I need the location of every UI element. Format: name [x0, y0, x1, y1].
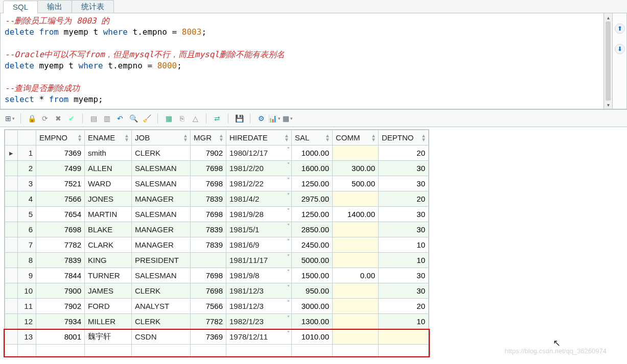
lock-button[interactable]: 🔒: [26, 113, 37, 124]
cell-comm[interactable]: 1400.00: [333, 207, 379, 222]
table-row[interactable]: 138001魏宇轩CSDN73691978/12/111010.00: [5, 329, 429, 345]
cell-mgr[interactable]: 7566: [191, 299, 226, 314]
table-row[interactable]: 107900JAMESCLERK76981981/12/3950.0030: [5, 283, 429, 299]
scroll-down-icon[interactable]: ▾: [605, 102, 611, 108]
refresh-button[interactable]: ⟳: [39, 113, 51, 124]
cell-deptno[interactable]: 10: [379, 253, 429, 268]
cell-ename[interactable]: MARTIN: [85, 207, 132, 222]
table-row[interactable]: 77782CLARKMANAGER78391981/6/92450.0010: [5, 237, 429, 253]
col-ename[interactable]: ENAME▲▼: [85, 130, 132, 145]
cell-job[interactable]: SALESMAN: [132, 207, 191, 222]
cell-comm[interactable]: [333, 222, 379, 237]
cell-ename[interactable]: BLAKE: [85, 222, 132, 237]
cell-sal[interactable]: 3000.00: [292, 299, 333, 314]
clear-button[interactable]: 🧹: [141, 113, 152, 124]
cell-comm[interactable]: [333, 237, 379, 253]
cell-mgr[interactable]: 7369: [191, 329, 226, 345]
cell-ename[interactable]: JAMES: [85, 283, 132, 299]
cell-sal[interactable]: 950.00: [292, 283, 333, 299]
cell-hiredate[interactable]: 1981/12/3: [226, 283, 292, 299]
cell-hiredate[interactable]: 1981/9/8: [226, 268, 292, 283]
cell-mgr[interactable]: 7782: [191, 314, 226, 329]
row-number[interactable]: 4: [18, 191, 36, 207]
cell-ename[interactable]: KING: [85, 253, 132, 268]
cell-deptno[interactable]: 30: [379, 268, 429, 283]
cell-sal[interactable]: 1010.00: [292, 329, 333, 345]
cell-sal[interactable]: 1300.00: [292, 314, 333, 329]
cell-sal[interactable]: 1600.00: [292, 161, 333, 176]
cell-empno[interactable]: 8001: [36, 329, 85, 345]
add-row-button[interactable]: ⊞: [4, 113, 15, 124]
nav-down-button[interactable]: ⬇: [615, 44, 625, 54]
col-empno[interactable]: EMPNO▲▼: [36, 130, 85, 145]
cell-ename[interactable]: JONES: [85, 191, 132, 207]
cell-mgr[interactable]: 7698: [191, 268, 226, 283]
cell-job[interactable]: MANAGER: [132, 222, 191, 237]
row-indicator[interactable]: [5, 299, 18, 314]
col-hiredate[interactable]: HIREDATE▲▼: [226, 130, 292, 145]
cell-empno[interactable]: 7499: [36, 161, 85, 176]
table-row[interactable]: 117902FORDANALYST75661981/12/33000.0020: [5, 299, 429, 314]
cell-mgr[interactable]: 7698: [191, 207, 226, 222]
cell-sal[interactable]: 1000.00: [292, 145, 333, 161]
cell-empno[interactable]: 7902: [36, 299, 85, 314]
row-number[interactable]: 3: [18, 176, 36, 191]
table-row[interactable]: 67698BLAKEMANAGER78391981/5/12850.0030: [5, 222, 429, 237]
export-button[interactable]: △: [190, 113, 201, 124]
cell-job[interactable]: MANAGER: [132, 237, 191, 253]
col-comm[interactable]: COMM▲▼: [333, 130, 379, 145]
cell-comm[interactable]: 0.00: [333, 268, 379, 283]
cell-ename[interactable]: FORD: [85, 299, 132, 314]
cell-comm[interactable]: 500.00: [333, 176, 379, 191]
cell-deptno[interactable]: 30: [379, 222, 429, 237]
cell-comm[interactable]: [333, 329, 379, 345]
sql-editor[interactable]: --删除员工编号为 8003 的 delete from myemp t whe…: [0, 13, 603, 109]
sort-desc-button[interactable]: ▥: [101, 113, 112, 124]
cell-hiredate[interactable]: 1981/9/28: [226, 207, 292, 222]
col-deptno[interactable]: DEPTNO▲▼: [379, 130, 429, 145]
table-row[interactable]: 57654MARTINSALESMAN76981981/9/281250.001…: [5, 207, 429, 222]
commit-button[interactable]: ✔: [66, 113, 77, 124]
editor-scrollbar[interactable]: ▴ ▾: [603, 13, 613, 109]
cell-hiredate[interactable]: 1982/1/23: [226, 314, 292, 329]
row-indicator[interactable]: [5, 161, 18, 176]
save-button[interactable]: 💾: [234, 113, 245, 124]
row-number[interactable]: 8: [18, 253, 36, 268]
cell-ename[interactable]: WARD: [85, 176, 132, 191]
cell-deptno[interactable]: 10: [379, 314, 429, 329]
tab-stats[interactable]: 统计表: [72, 0, 114, 13]
cell-empno[interactable]: 7698: [36, 222, 85, 237]
tab-sql[interactable]: SQL: [3, 1, 38, 13]
cell-sal[interactable]: 2975.00: [292, 191, 333, 207]
row-number[interactable]: 5: [18, 207, 36, 222]
cell-job[interactable]: SALESMAN: [132, 268, 191, 283]
find-button[interactable]: 🔍: [128, 113, 139, 124]
grid-view-button[interactable]: ▦: [282, 113, 293, 124]
cell-comm[interactable]: [333, 191, 379, 207]
cell-hiredate[interactable]: 1981/6/9: [226, 237, 292, 253]
delete-row-button[interactable]: ✖: [53, 113, 64, 124]
cell-mgr[interactable]: [191, 253, 226, 268]
row-indicator[interactable]: [5, 237, 18, 253]
cell-hiredate[interactable]: 1981/2/20: [226, 161, 292, 176]
row-indicator[interactable]: [5, 283, 18, 299]
undo-button[interactable]: ↶: [114, 113, 126, 124]
cell-deptno[interactable]: 20: [379, 191, 429, 207]
row-indicator[interactable]: [5, 329, 18, 345]
scroll-up-icon[interactable]: ▴: [605, 14, 611, 20]
cell-hiredate[interactable]: 1981/4/2: [226, 191, 292, 207]
row-number[interactable]: 1: [18, 145, 36, 161]
cell-hiredate[interactable]: 1981/11/17: [226, 253, 292, 268]
row-number[interactable]: 13: [18, 329, 36, 345]
row-number[interactable]: 11: [18, 299, 36, 314]
grid-corner[interactable]: [5, 130, 18, 145]
cell-job[interactable]: ANALYST: [132, 299, 191, 314]
cell-hiredate[interactable]: 1980/12/17: [226, 145, 292, 161]
cell-job[interactable]: PRESIDENT: [132, 253, 191, 268]
row-number[interactable]: 12: [18, 314, 36, 329]
cell-ename[interactable]: ALLEN: [85, 161, 132, 176]
table-row[interactable]: 127934MILLERCLERK77821982/1/231300.0010: [5, 314, 429, 329]
cell-job[interactable]: SALESMAN: [132, 161, 191, 176]
row-indicator[interactable]: [5, 176, 18, 191]
cell-empno[interactable]: 7900: [36, 283, 85, 299]
